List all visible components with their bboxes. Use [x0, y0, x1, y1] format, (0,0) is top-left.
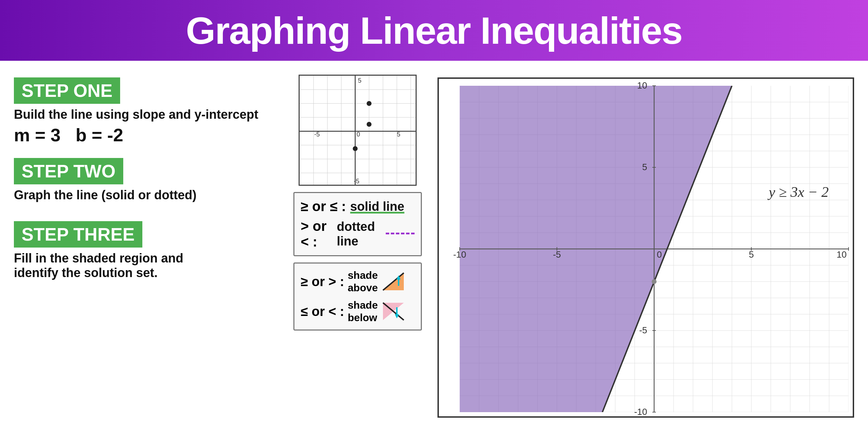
step-one-section: STEP ONE Build the line using slope and … — [14, 71, 278, 152]
svg-point-22 — [367, 101, 372, 106]
step-one-formula: m = 3 b = -2 — [14, 125, 278, 145]
left-panel: STEP ONE Build the line using slope and … — [14, 71, 278, 424]
y-intercept-point — [652, 279, 657, 284]
dotted-line-row: > or < : dotted line — [301, 218, 415, 250]
dotted-line-visual — [386, 233, 415, 234]
svg-text:5: 5 — [358, 77, 361, 84]
step-one-description: Build the line using slope and y-interce… — [14, 107, 278, 122]
shade-below-row: ≤ or < : shadebelow — [301, 299, 415, 324]
shade-box: ≥ or > : shadeabove ≤ or < : shadebelow — [293, 262, 422, 331]
y-label-n10: -10 — [634, 407, 647, 417]
shade-above-symbols: ≥ or > : — [301, 274, 344, 289]
big-graph: -10 -5 0 5 10 10 5 — [437, 77, 854, 418]
step-three-badge: STEP THREE — [14, 221, 142, 248]
main-content: STEP ONE Build the line using slope and … — [0, 61, 868, 434]
solid-line-row: ≥ or ≤ : solid line — [301, 199, 415, 214]
x-label-n10: -10 — [453, 249, 466, 260]
shade-below-label: shadebelow — [348, 299, 378, 324]
x-label-n5: -5 — [553, 249, 561, 260]
shade-above-row: ≥ or > : shadeabove — [301, 269, 415, 294]
header: Graphing Linear Inequalities — [0, 0, 868, 61]
solid-line-label: solid line — [350, 199, 404, 214]
shade-below-symbols: ≤ or < : — [301, 304, 344, 319]
dotted-line-label: dotted line — [337, 219, 380, 249]
x-label-5: 5 — [749, 249, 754, 260]
step-one-badge: STEP ONE — [14, 77, 120, 104]
equation-label: y ≥ 3x − 2 — [767, 184, 829, 200]
shade-below-icon — [381, 301, 406, 322]
svg-text:0: 0 — [357, 131, 360, 138]
svg-text:5: 5 — [397, 131, 400, 138]
svg-point-23 — [367, 122, 372, 127]
step-three-section: STEP THREE Fill in the shaded region and… — [14, 215, 278, 283]
svg-text:-5: -5 — [354, 178, 359, 185]
step-two-badge: STEP TWO — [14, 158, 123, 184]
step-three-description: Fill in the shaded region andidentify th… — [14, 251, 278, 280]
shade-above-icon — [381, 271, 406, 292]
shade-above-label: shadeabove — [348, 269, 378, 294]
small-coordinate-grid: 5 -5 -5 5 0 — [299, 75, 417, 186]
big-graph-svg: -10 -5 0 5 10 10 5 — [439, 79, 854, 418]
step-two-description: Graph the line (solid or dotted) — [14, 188, 278, 202]
line-type-box: ≥ or ≤ : solid line > or < : dotted line — [293, 192, 422, 256]
y-label-n5: -5 — [639, 325, 647, 335]
svg-point-24 — [353, 146, 358, 151]
x-label-10: 10 — [837, 249, 847, 260]
right-panel: -10 -5 0 5 10 10 5 — [437, 71, 854, 424]
dotted-line-symbols: > or < : — [301, 218, 333, 250]
svg-text:-5: -5 — [314, 131, 320, 138]
middle-panel: 5 -5 -5 5 0 ≥ or ≤ : solid line > or < :… — [288, 71, 427, 424]
page-title: Graphing Linear Inequalities — [186, 8, 682, 52]
y-label-5: 5 — [642, 162, 647, 172]
small-grid-svg: 5 -5 -5 5 0 — [300, 76, 417, 186]
x-label-0: 0 — [657, 249, 662, 260]
step-two-section: STEP TWO Graph the line (solid or dotted… — [14, 152, 278, 205]
solid-line-symbols: ≥ or ≤ : — [301, 199, 346, 214]
y-label-10: 10 — [637, 80, 647, 91]
